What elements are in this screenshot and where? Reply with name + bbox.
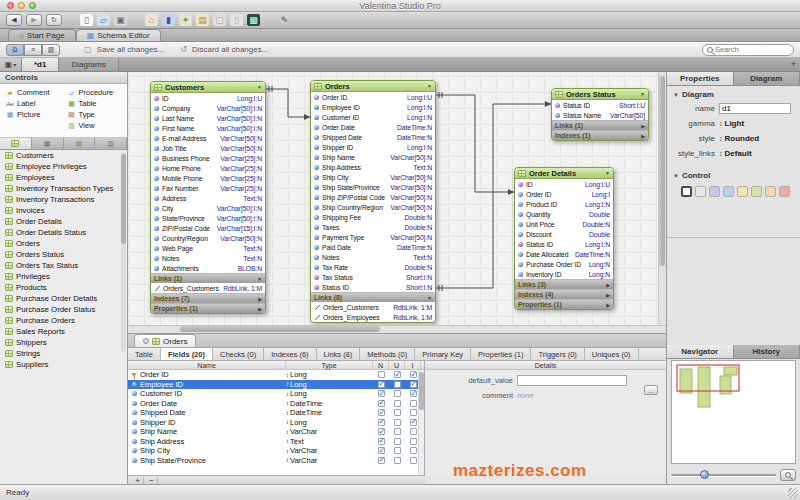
- search-input[interactable]: [715, 45, 785, 54]
- table-field-row[interactable]: Shipped DateDateTime:N: [311, 132, 435, 142]
- grid-scrollbar-thumb[interactable]: [419, 372, 424, 410]
- nullable-checkbox[interactable]: [378, 390, 385, 397]
- tab-start-page[interactable]: ⌂ Start Page: [8, 29, 76, 41]
- sidebar-table-item[interactable]: Privileges: [0, 271, 127, 282]
- comment-edit-button[interactable]: ...: [644, 385, 658, 395]
- indexed-checkbox[interactable]: [410, 419, 417, 426]
- table-field-row[interactable]: AddressText:N: [151, 193, 265, 203]
- field-grid-row[interactable]: Customer ID↕Long: [128, 389, 424, 399]
- table-field-row[interactable]: Customer IDLong:I:N: [311, 112, 435, 122]
- forward-icon[interactable]: ▶: [26, 14, 42, 26]
- editor-tab-table[interactable]: Table: [128, 348, 161, 360]
- tab-history[interactable]: History: [734, 345, 800, 358]
- save-icon[interactable]: ▣: [114, 14, 127, 26]
- table-field-row[interactable]: Product IDLong:I:N: [515, 199, 613, 209]
- sidebar-table-item[interactable]: Purchase Order Details: [0, 293, 127, 304]
- unique-checkbox[interactable]: [394, 419, 401, 426]
- table-field-row[interactable]: IDLong:I:U: [515, 179, 613, 189]
- collapse-icon[interactable]: ▼: [605, 170, 610, 176]
- table-field-row[interactable]: Purchase Order IDLong:N: [515, 259, 613, 269]
- section-header[interactable]: Properties (1)▶: [151, 303, 265, 313]
- editor-tab-properties[interactable]: Properties(1): [471, 348, 531, 360]
- field-grid-row[interactable]: Ship Name↕VarChar: [128, 427, 424, 437]
- collapse-icon[interactable]: ▼: [257, 84, 262, 90]
- palette-item-view[interactable]: ▥View: [64, 120, 126, 131]
- palette-item-label[interactable]: AeLabel: [2, 98, 64, 109]
- tab-diagram[interactable]: Diagram: [734, 72, 800, 85]
- diagram-table-customers[interactable]: Customers▼IDLong:I:UCompanyVarChar[50]:I…: [150, 81, 266, 314]
- database-icon[interactable]: ▮: [162, 14, 175, 26]
- section-header[interactable]: Indexes (1)▶: [552, 130, 648, 140]
- diagram-view-button[interactable]: ⧉: [6, 44, 24, 56]
- color-swatch[interactable]: [723, 186, 734, 197]
- table-field-row[interactable]: Business PhoneVarChar[25]:N: [151, 153, 265, 163]
- link-row[interactable]: Orders_EmployeesRdbLink, 1:M: [311, 312, 435, 322]
- unique-checkbox[interactable]: [394, 438, 401, 445]
- sidebar-tab-tables[interactable]: [0, 138, 32, 149]
- back-icon[interactable]: ◀: [6, 14, 22, 26]
- table-field-row[interactable]: Employee IDLong:I:N: [311, 102, 435, 112]
- table-field-row[interactable]: Inventory IDLong:N: [515, 269, 613, 279]
- disclosure-icon[interactable]: ▶: [258, 306, 262, 312]
- zoom-slider-thumb[interactable]: [700, 470, 709, 479]
- editor-tab-fields[interactable]: Fields(20): [161, 348, 213, 360]
- column-header-unique[interactable]: U: [389, 361, 405, 369]
- tab-diagrams[interactable]: Diagrams: [59, 58, 118, 71]
- table-field-row[interactable]: CompanyVarChar[50]:I:N: [151, 103, 265, 113]
- refresh-icon[interactable]: ↻: [46, 14, 62, 26]
- sidebar-table-item[interactable]: Orders Status: [0, 249, 127, 260]
- name-input[interactable]: [719, 103, 791, 114]
- nullable-checkbox[interactable]: [378, 400, 385, 407]
- diagram-table-orders[interactable]: Orders▼Order IDLong:I:UEmployee IDLong:I…: [310, 80, 436, 323]
- sidebar-table-item[interactable]: Inventory Transaction Types: [0, 183, 127, 194]
- sidebar-table-item[interactable]: Shippers: [0, 337, 127, 348]
- sidebar-table-item[interactable]: Order Details: [0, 216, 127, 227]
- tools-icon[interactable]: ✦: [179, 14, 192, 26]
- collapse-icon[interactable]: ▼: [640, 91, 645, 97]
- nullable-checkbox[interactable]: [378, 457, 385, 464]
- sidebar-table-item[interactable]: Suppliers: [0, 359, 127, 370]
- color-swatch[interactable]: [681, 186, 692, 197]
- table-field-row[interactable]: AttachmentsBLOB:N: [151, 263, 265, 273]
- field-grid-row[interactable]: Shipper ID↕Long: [128, 418, 424, 428]
- table-field-row[interactable]: Web PageText:N: [151, 243, 265, 253]
- diagram-vertical-scrollbar-thumb[interactable]: [659, 76, 665, 266]
- table-field-row[interactable]: Tax RateDouble:N: [311, 262, 435, 272]
- table-field-row[interactable]: Ship State/ProvinceVarChar[50]:N: [311, 182, 435, 192]
- diagram-canvas[interactable]: Customers▼IDLong:I:UCompanyVarChar[50]:I…: [128, 72, 666, 333]
- palette-item-table[interactable]: ▦Table: [64, 98, 126, 109]
- sidebar-table-item[interactable]: Employees: [0, 172, 127, 183]
- nullable-checkbox[interactable]: [378, 381, 385, 388]
- indexed-checkbox[interactable]: [410, 409, 417, 416]
- field-type-cell[interactable]: ↕VarChar: [286, 427, 373, 436]
- tab-orders-editor[interactable]: Orders: [134, 334, 196, 347]
- table-header[interactable]: Order Details▼: [515, 168, 613, 179]
- nullable-checkbox[interactable]: [378, 438, 385, 445]
- table-field-row[interactable]: IDLong:I:U: [151, 93, 265, 103]
- table-field-row[interactable]: Last NameVarChar[50]:I:N: [151, 113, 265, 123]
- table-field-row[interactable]: Ship NameVarChar[50]:N: [311, 152, 435, 162]
- table-field-row[interactable]: Order IDLong:I:U: [311, 92, 435, 102]
- nullable-checkbox[interactable]: [378, 409, 385, 416]
- field-type-cell[interactable]: ↕VarChar: [286, 446, 373, 455]
- table-field-row[interactable]: Paid DateDateTime:N: [311, 242, 435, 252]
- table-field-row[interactable]: Job TitleVarChar[50]:N: [151, 143, 265, 153]
- sidebar-table-item[interactable]: Customers: [0, 150, 127, 161]
- editor-tab-uniques[interactable]: Uniques(0): [585, 348, 639, 360]
- section-header[interactable]: Links (3)▶: [515, 279, 613, 289]
- color-swatch[interactable]: [779, 186, 790, 197]
- column-header-type[interactable]: Type: [286, 361, 373, 369]
- table-field-row[interactable]: Status IDLong:I:N: [515, 239, 613, 249]
- section-header[interactable]: Links (8)▼: [311, 292, 435, 302]
- discard-all-changes-button[interactable]: Discard all changes...: [192, 45, 268, 54]
- sidebar-scrollbar-thumb[interactable]: [121, 154, 126, 244]
- palette-item-comment[interactable]: ▰Comment: [2, 87, 64, 98]
- column-header-nullable[interactable]: N: [373, 361, 389, 369]
- sidebar-table-item[interactable]: Sales Reports: [0, 326, 127, 337]
- field-grid-row[interactable]: Order Date↕DateTime: [128, 399, 424, 409]
- unique-checkbox[interactable]: [394, 447, 401, 454]
- section-header[interactable]: Properties (1)▶: [515, 299, 613, 309]
- sidebar-table-item[interactable]: Products: [0, 282, 127, 293]
- doc-tab-menu-button[interactable]: ▣▾: [0, 58, 22, 71]
- close-tab-icon[interactable]: [143, 338, 149, 344]
